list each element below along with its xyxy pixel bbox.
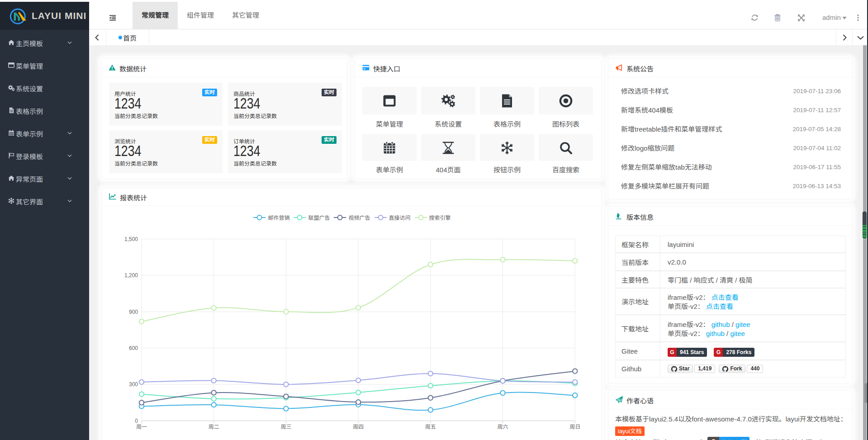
svg-text:周四: 周四 [353,424,364,430]
svg-text:周六: 周六 [497,424,508,430]
svg-text:1,500: 1,500 [124,236,138,242]
svg-text:600: 600 [129,345,138,351]
svg-text:0: 0 [135,418,138,424]
svg-text:1,200: 1,200 [124,272,138,279]
svg-text:周一: 周一 [136,424,147,430]
svg-text:周二: 周二 [209,424,219,430]
svg-text:周五: 周五 [425,424,436,430]
svg-text:周三: 周三 [280,424,291,430]
svg-text:300: 300 [129,381,138,388]
svg-text:900: 900 [129,309,138,315]
svg-text:周日: 周日 [569,424,580,430]
